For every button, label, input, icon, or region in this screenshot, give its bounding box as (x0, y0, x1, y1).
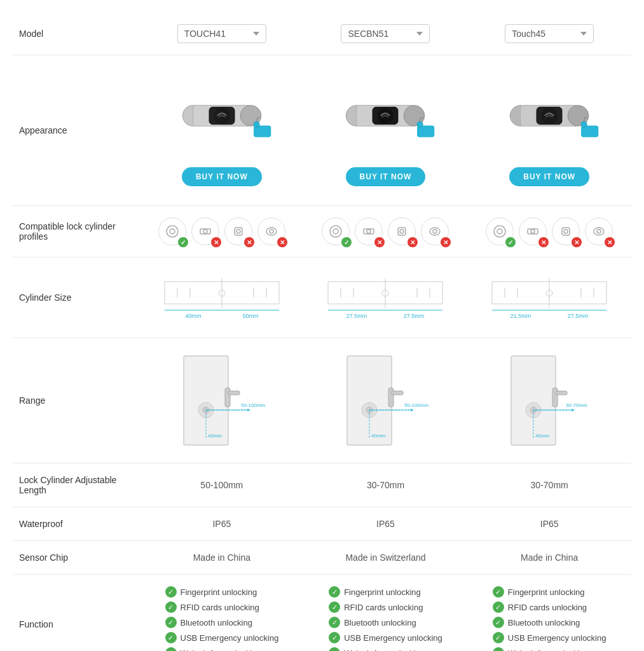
model-select-1[interactable]: TOUCH41 (177, 24, 266, 43)
appearance-col-3: BUY IT NOW (467, 55, 631, 206)
buy-btn-container-1: BUY IT NOW (146, 167, 298, 186)
function-item-3b: RFID cards unlocking (493, 601, 606, 613)
model-select-3[interactable]: Touch45 (505, 24, 594, 43)
buy-button-2[interactable]: BUY IT NOW (346, 167, 426, 186)
cylinder-profile-svg-3b (525, 224, 540, 239)
svg-text:50mm: 50mm (242, 313, 258, 319)
range-col-3: 30-70mm 40mm (467, 338, 631, 463)
svg-rect-95 (228, 391, 240, 395)
range-diagram-3: 30-70mm 40mm (474, 350, 625, 451)
svg-point-27 (266, 228, 277, 235)
svg-text:40mm: 40mm (371, 433, 386, 439)
cylinder-diagram-1: 40mm 50mm (146, 269, 298, 326)
cylinder-profile-svg-3d (591, 224, 606, 239)
profile-icon-2c: ✕ (388, 217, 416, 245)
adjustable-row: Lock Cylinder Adjustable Length 50-100mm… (13, 463, 631, 507)
adjustable-col-3: 30-70mm (467, 463, 631, 507)
appearance-label: Appearance (13, 55, 140, 206)
sensor-row: Sensor Chip Made in China Made in Switze… (13, 541, 631, 575)
svg-text:50-100mm: 50-100mm (404, 402, 429, 408)
waterproof-value-1: IP65 (212, 519, 231, 529)
compatible-col-2: ✓ ✕ ✕ ✕ (304, 206, 468, 257)
function-label: Function (13, 575, 140, 652)
profile-icon-3a: ✓ (486, 217, 514, 245)
cylinder-profile-svg-2a (328, 224, 343, 239)
function-col-2: Fingerprint unlocking RFID cards unlocki… (304, 575, 468, 652)
check-icon-3e (493, 647, 504, 651)
buy-button-1[interactable]: BUY IT NOW (182, 167, 262, 186)
profile-icon-3d: ✕ (585, 217, 613, 245)
range-col-1: 50-100mm 40mm (140, 338, 304, 463)
profile-badge-red-3d: ✕ (605, 237, 615, 247)
buy-button-3[interactable]: BUY IT NOW (509, 167, 589, 186)
function-list-3: Fingerprint unlocking RFID cards unlocki… (493, 586, 606, 651)
appearance-row: Appearance (13, 55, 631, 206)
profiles-1: ✓ ✕ ✕ ✕ (146, 217, 298, 245)
function-item-1a: Fingerprint unlocking (165, 586, 279, 598)
appearance-col-1: BUY IT NOW (140, 55, 304, 206)
function-item-1b: RFID cards unlocking (165, 601, 279, 613)
svg-point-42 (564, 230, 568, 233)
function-text-1d: USB Emergency unlocking (181, 633, 279, 643)
profile-badge-red-2c: ✕ (408, 237, 418, 247)
profile-badge-red-3b: ✕ (538, 237, 549, 247)
svg-marker-119 (572, 409, 575, 411)
profile-badge-green-2: ✓ (341, 237, 352, 247)
svg-point-40 (531, 230, 535, 233)
check-icon-2e (329, 647, 340, 651)
svg-point-30 (333, 229, 338, 234)
check-icon-1e (165, 647, 177, 651)
profile-icon-1a: ✓ (158, 217, 186, 245)
svg-rect-111 (511, 356, 556, 445)
cylinder-profile-svg-2c (394, 224, 409, 239)
svg-marker-101 (247, 409, 250, 411)
profile-icon-2a: ✓ (322, 217, 350, 245)
profile-badge-green: ✓ (178, 237, 188, 247)
range-svg-1: 50-100mm 40mm (165, 350, 279, 451)
waterproof-value-2: IP65 (376, 519, 395, 529)
comparison-page: Model TOUCH41 SECBN51 Touch45 Appearance (0, 0, 644, 651)
svg-text:50-100mm: 50-100mm (241, 402, 266, 408)
cylinder-svg-2: 27.5mm 27.5mm (322, 269, 449, 326)
product-image-2 (315, 74, 455, 157)
function-text-3e: Welock App unlocking (508, 648, 589, 652)
svg-point-34 (400, 230, 404, 233)
profile-icon-1d: ✕ (257, 217, 285, 245)
cylinder-profile-svg (165, 224, 180, 239)
function-text-2a: Fingerprint unlocking (344, 587, 421, 597)
cylinder-size-col-2: 27.5mm 27.5mm (304, 257, 468, 338)
svg-rect-93 (184, 356, 228, 445)
profile-badge-red-2d: ✕ (441, 237, 451, 247)
svg-point-29 (330, 226, 341, 237)
svg-point-26 (236, 230, 240, 233)
waterproof-col-1: IP65 (140, 507, 304, 541)
svg-point-44 (597, 230, 601, 233)
model-select-2[interactable]: SECBN51 (341, 24, 430, 43)
svg-rect-112 (552, 388, 558, 407)
sensor-value-2: Made in Switzerland (345, 552, 425, 563)
svg-rect-94 (225, 388, 230, 407)
profile-icon-1c: ✕ (224, 217, 252, 245)
function-item-1d: USB Emergency unlocking (165, 632, 279, 643)
sensor-col-1: Made in China (140, 541, 304, 575)
sensor-col-2: Made in Switzerland (304, 541, 468, 575)
cylinder-size-row: Cylinder Size (13, 257, 631, 338)
model-label: Model (13, 13, 140, 55)
svg-text:40mm: 40mm (208, 433, 223, 439)
profile-badge-red-2: ✕ (244, 237, 254, 247)
svg-point-21 (167, 226, 178, 237)
cylinder-size-col-1: 40mm 50mm (140, 257, 304, 338)
product-image-3 (479, 74, 619, 157)
range-col-2: 50-100mm 40mm (304, 338, 468, 463)
lock-svg-2 (322, 81, 449, 151)
lock-svg-3 (486, 81, 613, 151)
adjustable-label: Lock Cylinder Adjustable Length (13, 463, 140, 507)
cylinder-profile-svg-3c (558, 224, 573, 239)
function-item-1e: Welock App unlocking (165, 647, 279, 651)
profile-badge-green-3: ✓ (505, 237, 516, 247)
svg-text:40mm: 40mm (535, 433, 550, 439)
check-icon-1a (165, 586, 177, 598)
check-icon-2a (329, 586, 340, 598)
function-list-1: Fingerprint unlocking RFID cards unlocki… (165, 586, 279, 651)
svg-point-32 (367, 230, 371, 233)
